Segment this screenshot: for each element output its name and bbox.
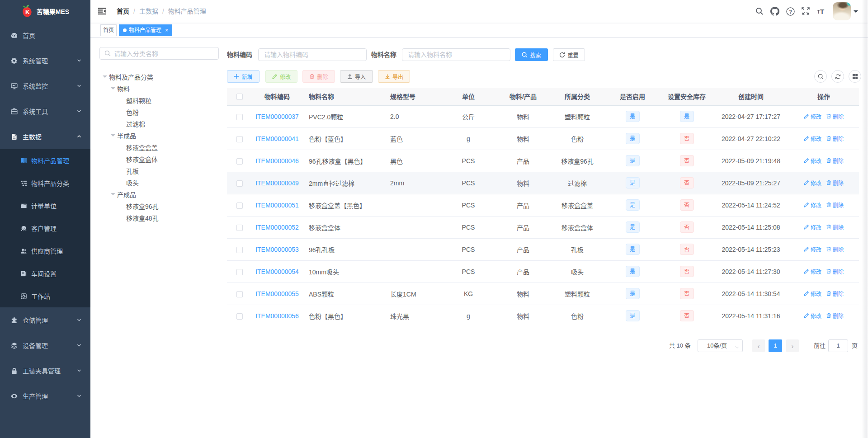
svg-text:?: ? xyxy=(789,9,792,14)
svg-text:T: T xyxy=(817,9,820,14)
svg-text:K: K xyxy=(25,9,30,15)
svg-text:T: T xyxy=(820,8,824,15)
